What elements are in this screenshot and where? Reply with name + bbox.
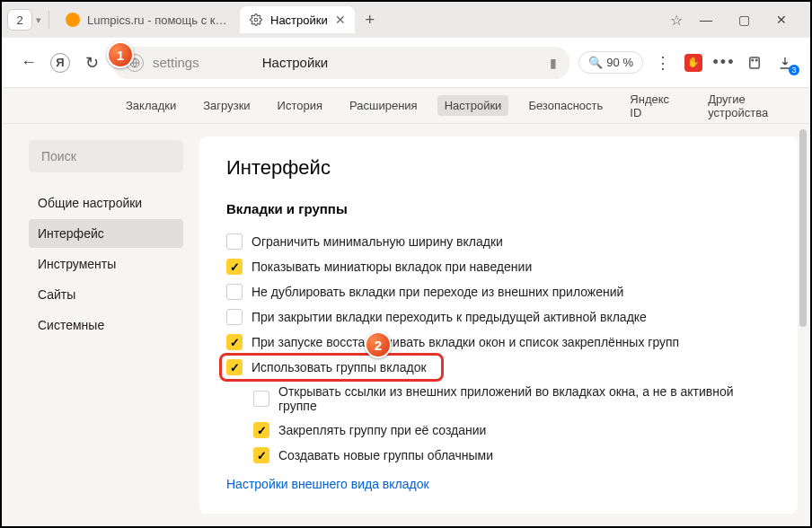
close-icon[interactable]: ✕ (335, 13, 346, 27)
address-title: Настройки (262, 55, 329, 70)
opt-use-tab-groups[interactable]: Использовать группы вкладок (226, 355, 771, 380)
opt-pin-group[interactable]: Закреплять группу при её создании (253, 418, 771, 443)
checkbox[interactable] (253, 447, 269, 463)
checkbox[interactable] (226, 334, 243, 350)
sidebar-item-tools[interactable]: Инструменты (29, 250, 183, 278)
opt-min-width[interactable]: Ограничить минимальную ширину вкладки (226, 229, 771, 254)
gear-icon (249, 13, 263, 27)
divider (49, 11, 49, 29)
svg-point-3 (752, 59, 754, 61)
opt-restore-tabs[interactable]: При запуске восстанавливать вкладки окон… (226, 330, 771, 355)
back-button[interactable]: ← (16, 50, 41, 75)
nav-yandex-id[interactable]: Яндекс ID (622, 89, 688, 123)
window-controls: — ▢ ✕ (695, 9, 805, 31)
scrollbar-thumb[interactable] (799, 129, 807, 327)
extension-icon[interactable] (744, 52, 765, 74)
nav-extensions[interactable]: Расширения (342, 95, 425, 116)
minimize-button[interactable]: — (695, 9, 717, 31)
callout-badge-2: 2 (365, 331, 392, 358)
opt-label: При запуске восстанавливать вкладки окон… (252, 335, 679, 349)
address-bar[interactable]: settings Настройки ▮ (113, 47, 569, 79)
opt-label: Не дублировать вкладки при переходе из в… (252, 285, 623, 299)
checkbox[interactable] (226, 359, 243, 375)
reload-button[interactable]: ↻ (79, 50, 104, 75)
section-title: Вкладки и группы (226, 201, 771, 216)
tab-title: Lumpics.ru - помощь с ком (87, 13, 227, 27)
nav-other-devices[interactable]: Другие устройства (701, 89, 810, 123)
opt-open-links-group[interactable]: Открывать ссылки из внешних приложений в… (253, 380, 771, 418)
nav-downloads[interactable]: Загрузки (196, 95, 257, 116)
tab-settings[interactable]: Настройки ✕ (240, 6, 355, 33)
address-path: settings (153, 55, 199, 70)
sidebar: Поиск Общие настройки Интерфейс Инструме… (2, 124, 199, 526)
checkbox[interactable] (226, 284, 243, 300)
favicon-lumpics (66, 13, 80, 27)
scrollbar[interactable] (799, 126, 808, 521)
settings-nav-row: Закладки Загрузки История Расширения Нас… (2, 88, 810, 124)
opt-prev-active[interactable]: При закрытии вкладки переходить к предыд… (226, 304, 771, 330)
opt-label: Создавать новые группы облачными (278, 448, 493, 462)
opt-label: Показывать миниатюры вкладок при наведен… (252, 260, 532, 274)
callout-badge-1: 1 (107, 41, 134, 68)
sidebar-item-interface[interactable]: Интерфейс (29, 219, 183, 248)
opt-label: Закреплять группу при её создании (278, 423, 486, 437)
appearance-link[interactable]: Настройки внешнего вида вкладок (226, 468, 771, 491)
checkbox[interactable] (226, 309, 243, 325)
sidebar-item-sites[interactable]: Сайты (29, 280, 183, 309)
more-menu-icon[interactable]: ••• (713, 52, 735, 74)
bookmark-star-icon[interactable]: ☆ (670, 12, 683, 29)
checkbox[interactable] (226, 259, 243, 275)
maximize-button[interactable]: ▢ (733, 9, 755, 31)
adblock-icon[interactable]: ✋ (683, 52, 704, 74)
main-area: Поиск Общие настройки Интерфейс Инструме… (2, 124, 810, 526)
svg-point-0 (254, 18, 258, 22)
checkbox[interactable] (253, 391, 269, 407)
page-title: Интерфейс (226, 156, 771, 180)
bookmark-flag-icon[interactable]: ▮ (550, 56, 557, 70)
downloads-button[interactable] (774, 52, 796, 74)
content-panel: Интерфейс Вкладки и группы Ограничить ми… (199, 136, 798, 514)
menu-dots-icon[interactable]: ⋮ (652, 52, 674, 74)
search-input[interactable]: Поиск (29, 140, 183, 172)
tab-title: Настройки (270, 13, 328, 27)
nav-security[interactable]: Безопасность (521, 95, 610, 116)
tab-strip: 2 ▾ Lumpics.ru - помощь с ком Настройки … (2, 2, 810, 38)
tab-counter-chevron[interactable]: ▾ (36, 14, 41, 26)
zoom-level: 90 % (606, 56, 633, 69)
opt-no-duplicate[interactable]: Не дублировать вкладки при переходе из в… (226, 279, 771, 304)
svg-rect-2 (750, 57, 760, 68)
tab-lumpics[interactable]: Lumpics.ru - помощь с ком (57, 6, 236, 33)
checkbox[interactable] (226, 233, 243, 250)
opt-label: Открывать ссылки из внешних приложений в… (278, 384, 771, 413)
nav-settings[interactable]: Настройки (437, 95, 509, 116)
opt-label: Использовать группы вкладок (252, 360, 427, 374)
yandex-home-icon[interactable]: Я (50, 53, 70, 73)
sidebar-item-system[interactable]: Системные (29, 311, 183, 339)
close-window-button[interactable]: ✕ (771, 9, 792, 31)
nav-bookmarks[interactable]: Закладки (119, 95, 183, 116)
sidebar-item-general[interactable]: Общие настройки (29, 189, 183, 217)
nav-history[interactable]: История (270, 95, 330, 116)
zoom-indicator[interactable]: 🔍 90 % (578, 51, 643, 74)
zoom-lens-icon: 🔍 (588, 56, 603, 69)
new-tab-button[interactable]: + (358, 8, 382, 31)
opt-thumbnails[interactable]: Показывать миниатюры вкладок при наведен… (226, 254, 771, 279)
svg-point-4 (756, 59, 758, 61)
opt-cloud-groups[interactable]: Создавать новые группы облачными (253, 443, 771, 468)
tab-counter[interactable]: 2 (7, 9, 32, 31)
opt-label: При закрытии вкладки переходить к предыд… (252, 310, 647, 324)
opt-label: Ограничить минимальную ширину вкладки (252, 234, 503, 249)
checkbox[interactable] (253, 422, 269, 438)
